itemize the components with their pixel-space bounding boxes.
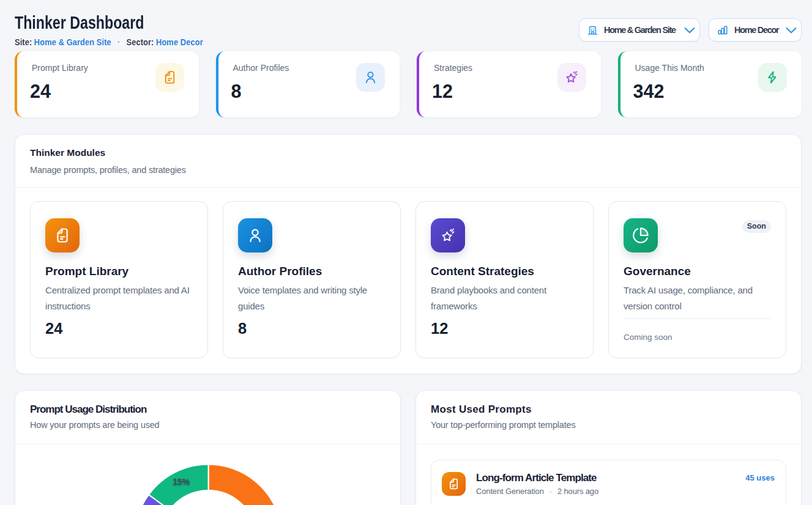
svg-text:15%: 15% xyxy=(173,477,190,487)
